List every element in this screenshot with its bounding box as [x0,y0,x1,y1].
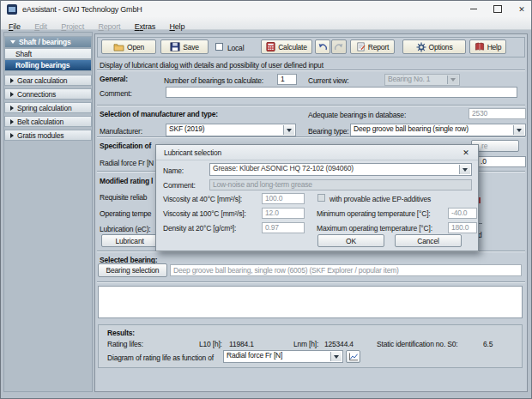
selection-section-header: Selection of manufacturer and type: [100,110,218,118]
undo-button[interactable] [315,39,330,54]
maximize-icon [493,5,502,13]
sidebar-group-label: Shaft / bearings [19,38,71,46]
dialog-title-bar[interactable]: Lubricant selection ✕ [156,145,478,160]
chevron-down-icon [517,129,522,132]
open-folder-icon [113,42,124,51]
diagram-combobox[interactable]: Radial force Fr [N] [223,350,343,363]
combo-arrow-button[interactable] [513,125,524,135]
viscosity40-label: Viscosity at 40°C [mm²/s]: [163,195,242,203]
chevron-down-icon [450,78,456,82]
rating-lifes-label: Rating lifes: [107,340,143,348]
combo-arrow-button[interactable] [459,165,470,174]
combo-arrow-button [447,76,458,84]
bearing-type-label: Bearing type: [308,127,349,136]
separator [97,105,525,106]
redo-button [331,39,347,54]
cancel-button[interactable]: Cancel [395,234,462,247]
local-checkbox[interactable] [215,43,223,51]
options-gear-icon [416,42,426,52]
report-button[interactable]: Report [350,39,395,54]
menu-help[interactable]: Help [164,21,190,33]
maximize-button[interactable] [487,1,509,17]
menu-project: Project [56,21,89,33]
sidebar-item-shaft[interactable]: Shaft [4,48,92,59]
help-book-icon [475,42,485,51]
chart-icon [348,353,359,361]
lubrication-label: Lubrication (eC): [100,225,150,233]
more-button-label-fragment: re [481,142,487,150]
calculate-button[interactable]: Calculate [261,39,312,54]
chevron-down-icon [10,40,15,44]
chevron-down-icon [287,129,292,132]
lubricant-comment-field: Low-noise and long-term grease [209,179,472,190]
bearing-type-combobox[interactable]: Deep groove ball bearing (single row) [350,124,526,136]
ok-button[interactable]: OK [317,234,384,247]
lubricant-button[interactable]: Lubricant [101,234,158,247]
close-icon: ✕ [518,5,525,14]
sidebar-group-connections[interactable]: Connections [4,88,92,100]
max-temp-field: 180.0 [448,222,477,233]
adequate-bearings-label: Adequate bearings in database: [308,111,406,119]
report-document-icon [356,42,366,51]
bearing-list-box[interactable] [98,286,523,318]
static-identification-value: 6.5 [483,340,493,348]
combo-arrow-button[interactable] [330,352,342,361]
current-view-label: Current view: [308,76,348,85]
options-button-label: Options [429,43,453,51]
sidebar-group-spring-calculation[interactable]: Spring calculation [4,102,92,113]
ok-button-label: OK [346,237,356,245]
sidebar-group-gratis-modules[interactable]: Gratis modules [4,130,92,141]
undo-icon [317,43,328,51]
current-view-combobox: Bearing No. 1 [384,74,460,86]
chevron-right-icon [10,133,14,138]
lnm-label: Lnm [h]: [293,340,318,348]
ep-additives-label: with provable active EP-additives [329,195,431,203]
open-button[interactable]: Open [101,39,156,54]
redo-icon [334,43,344,51]
calculate-button-label: Calculate [278,43,307,51]
minimize-button[interactable] [462,1,485,17]
app-icon-glyph [9,7,15,12]
cancel-button-label: Cancel [417,237,438,245]
options-button[interactable]: Options [402,39,466,54]
comment-field[interactable] [166,87,517,98]
sidebar-item-rolling-bearings[interactable]: Rolling bearings [4,59,92,71]
chevron-down-icon [462,168,468,172]
sidebar-group-label: Gear calculation [17,76,67,85]
menu-file[interactable]: File [3,21,26,33]
chevron-right-icon [10,106,14,111]
save-floppy-icon [170,42,180,51]
sidebar-group-label: Belt calculation [17,118,63,126]
manufacturer-value: SKF (2019) [169,124,204,133]
min-temp-field: -40.0 [448,208,477,219]
static-identification-label: Static identification no. S0: [377,340,457,348]
open-button-label: Open [127,43,144,51]
operating-temperature-label: Operating tempe [100,209,151,218]
save-button[interactable]: Save [160,39,209,54]
num-bearings-field[interactable]: 1 [277,74,297,85]
radial-force-label: Radial force Fr [N [100,159,154,167]
show-diagram-button[interactable] [346,350,360,363]
chevron-right-icon [10,119,14,124]
menu-extras[interactable]: Extras [130,21,160,33]
manufacturer-combobox[interactable]: SKF (2019) [166,124,296,136]
help-button[interactable]: Help [469,39,506,54]
manufacturer-label: Manufacturer: [100,127,142,136]
modified-rating-section-header: Modified rating l [100,177,153,185]
status-text: Display of lubricant dialog with details… [100,61,323,70]
menu-edit: Edit [29,21,52,33]
viscosity40-field: 100.0 [262,193,305,204]
radial-force-field-obscured[interactable]: .0 [473,156,526,167]
close-button[interactable]: ✕ [511,1,532,17]
dialog-close-button[interactable]: ✕ [459,147,473,158]
combo-arrow-button[interactable] [283,125,294,135]
lubricant-name-combobox[interactable]: Grease: Klüber ASONIC HQ 72-102 (094060) [209,163,472,176]
sidebar-group-shaft-bearings[interactable]: Shaft / bearings [4,36,92,48]
sidebar-group-belt-calculation[interactable]: Belt calculation [4,116,92,127]
sidebar-group-label: Spring calculation [17,104,72,112]
lubricant-name-value: Grease: Klüber ASONIC HQ 72-102 (094060) [213,164,354,172]
sidebar-group-label: Connections [17,90,56,99]
bearing-selection-button[interactable]: Bearing selection [98,263,167,277]
sidebar [3,32,93,392]
sidebar-group-gear-calculation[interactable]: Gear calculation [4,75,92,86]
